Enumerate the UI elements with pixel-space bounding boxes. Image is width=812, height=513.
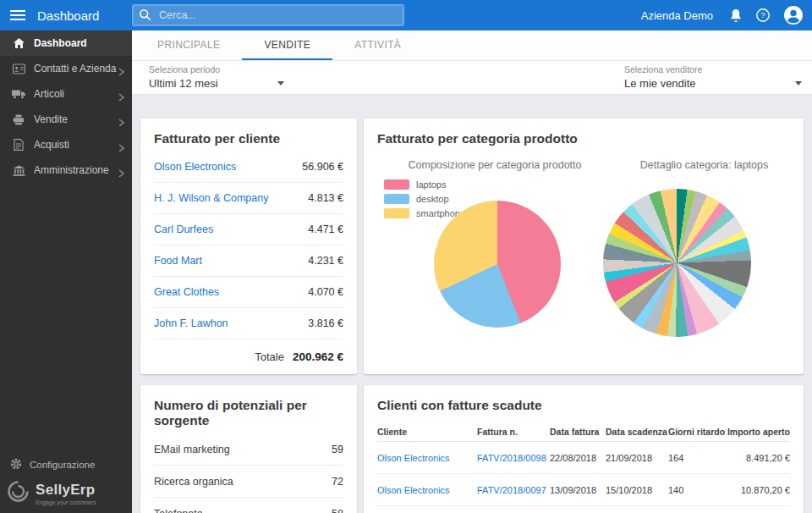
client-link[interactable]: Food Mart [154, 255, 202, 267]
invoice-link[interactable]: FATV/2018/0097 [477, 485, 546, 495]
sidebar-item-label: Articoli [34, 88, 64, 100]
sidebar-item-label: Acquisti [34, 139, 69, 151]
chevron-down-icon [795, 81, 802, 86]
sidebar-item-contatti-e-azienda[interactable]: Contatti e Azienda [0, 56, 132, 81]
list-item: H. J. Wilson & Company 4.813 € [154, 183, 343, 214]
card-fatturato-per-categoria: Fatturato per categoria prodotto Composi… [364, 119, 804, 374]
client-value: 3.816 € [308, 317, 343, 329]
home-icon [12, 37, 25, 49]
seller-select-value: Le mie vendite [624, 77, 696, 90]
client-link[interactable]: Olson Electronics [154, 161, 236, 173]
total-row: Totale 200.962 € [154, 339, 343, 374]
source-name: Telefonata [154, 508, 203, 513]
cash-register-icon [12, 114, 25, 125]
total-label: Totale [255, 350, 284, 363]
logo-name: SellyErp [36, 482, 96, 499]
sidebar-item-dashboard[interactable]: Dashboard [0, 30, 132, 56]
card-title: Numero di potenziali per sorgente [140, 385, 357, 433]
open-amount: 8.491,20 € [724, 453, 790, 463]
due-date: 15/10/2018 [606, 485, 668, 495]
list-item: EMail marketing 59 [154, 433, 343, 466]
chevron-right-icon [118, 90, 124, 105]
client-link[interactable]: Carl Durfees [154, 223, 213, 235]
table-header-row: Cliente Fattura n. Data fattura Data sca… [377, 422, 790, 442]
period-select[interactable]: Seleziona periodo Ultimi 12 mesi [149, 64, 284, 90]
card-potenziali-per-sorgente: Numero di potenziali per sorgente EMail … [140, 385, 357, 513]
days-late: 164 [668, 453, 724, 463]
topbar: Dashboard Azienda Demo ? [0, 0, 812, 30]
truck-icon [12, 89, 25, 99]
topbar-right: Azienda Demo ? [641, 0, 804, 30]
source-list: EMail marketing 59 Ricerca organica 72 T… [140, 433, 357, 513]
days-late: 140 [668, 485, 724, 495]
total-value: 200.962 € [293, 350, 343, 363]
sidebar: Dashboard Contatti e Azienda Articoli Ve… [0, 30, 132, 513]
client-value: 4.070 € [308, 286, 343, 298]
invoice-link[interactable]: FATV/2018/0098 [477, 453, 546, 463]
client-link[interactable]: Great Clothes [154, 286, 219, 298]
bank-icon [12, 165, 25, 176]
chevron-right-icon [118, 115, 124, 130]
invoices-table: Cliente Fattura n. Data fattura Data sca… [364, 418, 804, 506]
table-row: Olson Electronics FATV/2018/0098 22/08/2… [377, 442, 790, 474]
contacts-icon [12, 63, 25, 74]
tab-vendite[interactable]: VENDITE [242, 30, 332, 60]
menu-icon[interactable] [10, 9, 25, 21]
search-box [132, 4, 404, 26]
document-icon [12, 139, 25, 151]
legend-swatch [384, 194, 409, 204]
page-title: Dashboard [37, 8, 99, 23]
seller-select-label: Seleziona venditore [624, 64, 802, 74]
col-header-importo-aperto: Importo aperto [724, 427, 790, 437]
chevron-down-icon [277, 81, 284, 86]
col-header-cliente: Cliente [377, 427, 477, 437]
legend-item-desktop[interactable]: desktop [384, 194, 470, 204]
dashboard-grid: Fatturato per cliente Olson Electronics … [132, 95, 812, 513]
card-fatture-scadute: Clienti con fatture scadute Cliente Fatt… [364, 385, 804, 513]
sidebar-item-acquisti[interactable]: Acquisti [0, 132, 132, 157]
card-fatturato-per-cliente: Fatturato per cliente Olson Electronics … [140, 119, 357, 374]
notifications-bell-icon[interactable] [729, 8, 743, 23]
list-item: Telefonata 58 [154, 498, 343, 513]
client-link[interactable]: Olson Electronics [377, 485, 450, 495]
sidebar-item-articoli[interactable]: Articoli [0, 81, 132, 107]
pie-chart-categorie[interactable] [434, 201, 561, 328]
col-header-fattura: Fattura n. [477, 427, 550, 437]
sidebar-item-vendite[interactable]: Vendite [0, 107, 132, 132]
list-item: Ricerca organica 72 [154, 466, 343, 498]
tab-attivita[interactable]: ATTIVITÀ [332, 30, 423, 60]
legend-item-laptops[interactable]: laptops [384, 179, 470, 190]
client-link[interactable]: John F. Lawhon [154, 317, 228, 329]
sidebar-item-configurazione[interactable]: Configurazione [0, 453, 132, 478]
filter-bar: Seleziona periodo Ultimi 12 mesi Selezio… [132, 61, 812, 95]
client-value: 56.906 € [302, 161, 343, 173]
open-amount: 10.870,20 € [724, 485, 790, 495]
source-value: 58 [332, 508, 343, 513]
chevron-right-icon [118, 64, 124, 80]
user-avatar[interactable] [783, 5, 804, 25]
col-header-data-fattura: Data fattura [550, 427, 606, 437]
list-item: John F. Lawhon 3.816 € [154, 308, 343, 339]
company-name[interactable]: Azienda Demo [641, 9, 713, 22]
help-icon[interactable]: ? [755, 8, 771, 23]
tab-bar: PRINCIPALE VENDITE ATTIVITÀ [132, 30, 812, 61]
client-link[interactable]: H. J. Wilson & Company [154, 192, 268, 204]
pie-legend: laptops desktop smartphones [384, 179, 470, 218]
chevron-right-icon [118, 166, 124, 181]
search-icon [139, 8, 151, 25]
legend-swatch [384, 208, 409, 218]
client-value: 4.471 € [308, 223, 343, 235]
period-select-label: Seleziona periodo [149, 64, 284, 74]
period-select-value: Ultimi 12 mesi [149, 77, 218, 90]
legend-label: laptops [416, 179, 446, 190]
seller-select[interactable]: Seleziona venditore Le mie vendite [624, 64, 802, 90]
legend-swatch [384, 179, 409, 190]
search-input[interactable] [132, 4, 404, 26]
sidebar-item-label: Contatti e Azienda [34, 63, 116, 74]
client-link[interactable]: Olson Electronics [377, 453, 450, 463]
main-content: PRINCIPALE VENDITE ATTIVITÀ Seleziona pe… [132, 30, 812, 513]
tab-principale[interactable]: PRINCIPALE [135, 30, 242, 60]
sidebar-item-amministrazione[interactable]: Amministrazione [0, 157, 132, 183]
source-value: 59 [332, 444, 343, 455]
pie-chart-dettaglio-laptops[interactable] [603, 189, 751, 337]
